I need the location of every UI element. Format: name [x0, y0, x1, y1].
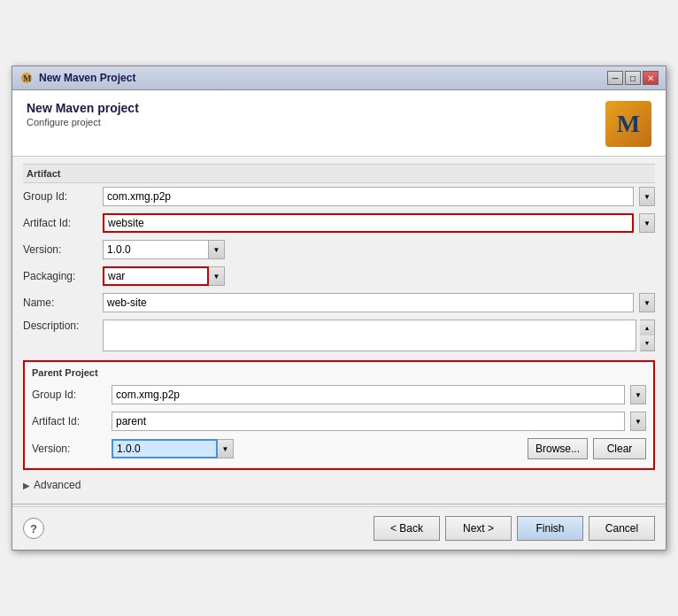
parent-artifact-id-label: Artifact Id:	[32, 415, 112, 427]
parent-version-dropdown[interactable]: ▼	[218, 439, 234, 458]
help-button[interactable]: ?	[23, 518, 44, 539]
parent-artifact-id-dropdown[interactable]: ▼	[630, 412, 646, 431]
parent-project-section: Parent Project Group Id: ▼ Artifact Id: …	[23, 360, 655, 470]
cancel-button[interactable]: Cancel	[589, 516, 655, 541]
artifact-id-input[interactable]	[103, 213, 634, 233]
description-label: Description:	[23, 320, 103, 332]
title-bar-buttons: ─ □ ✕	[607, 71, 659, 85]
scroll-up-btn[interactable]: ▲	[640, 320, 654, 335]
browse-button[interactable]: Browse...	[528, 438, 588, 459]
name-input[interactable]	[103, 293, 634, 312]
name-row: Name: ▼	[23, 289, 655, 316]
parent-artifact-id-input[interactable]	[112, 412, 625, 431]
packaging-label: Packaging:	[23, 270, 103, 282]
version-row: Version: ▼	[23, 236, 655, 263]
restore-button[interactable]: □	[625, 71, 641, 85]
header-section: New Maven project Configure project M	[12, 90, 666, 157]
artifact-section-label: Artifact	[23, 164, 655, 183]
footer-buttons: < Back Next > Finish Cancel	[374, 516, 655, 541]
name-label: Name:	[23, 296, 103, 309]
content-area: Artifact Group Id: ▼ Artifact Id: ▼ Vers…	[12, 157, 666, 502]
packaging-dropdown[interactable]: ▼	[209, 266, 225, 286]
version-select-wrap: ▼	[103, 240, 655, 259]
parent-project-label: Parent Project	[32, 367, 646, 378]
description-control: ▲ ▼	[103, 320, 655, 351]
svg-text:M: M	[23, 73, 32, 83]
minimize-button[interactable]: ─	[607, 71, 623, 85]
version-control: ▼	[103, 240, 655, 259]
parent-group-id-control: ▼	[112, 385, 646, 404]
advanced-triangle-icon: ▶	[23, 481, 30, 490]
clear-button[interactable]: Clear	[593, 438, 646, 459]
description-row: Description: ▲ ▼	[23, 316, 655, 355]
packaging-control: ▼	[103, 266, 655, 286]
dialog-title: New Maven Project	[39, 72, 135, 84]
parent-version-input[interactable]	[112, 439, 218, 458]
parent-group-id-dropdown[interactable]: ▼	[630, 385, 646, 404]
finish-button[interactable]: Finish	[517, 516, 583, 541]
close-button[interactable]: ✕	[643, 71, 659, 85]
group-id-control: ▼	[103, 187, 655, 206]
footer: ? < Back Next > Finish Cancel	[12, 506, 666, 550]
scroll-down-btn[interactable]: ▼	[640, 335, 654, 350]
group-id-input[interactable]	[103, 187, 634, 206]
packaging-select-wrap: ▼	[103, 266, 655, 286]
parent-version-row: Version: ▼ Browse... Clear	[32, 435, 646, 463]
version-label: Version:	[23, 243, 103, 256]
header-subtitle: Configure project	[27, 117, 139, 127]
next-button[interactable]: Next >	[445, 516, 512, 541]
name-control: ▼	[103, 293, 655, 312]
parent-group-id-input[interactable]	[112, 385, 625, 404]
footer-separator	[12, 504, 666, 504]
description-input[interactable]	[103, 320, 636, 351]
back-button[interactable]: < Back	[374, 516, 440, 541]
parent-group-id-row: Group Id: ▼	[32, 381, 646, 408]
version-dropdown[interactable]: ▼	[209, 240, 225, 259]
description-scrollbar: ▲ ▼	[640, 320, 655, 351]
artifact-id-row: Artifact Id: ▼	[23, 210, 655, 236]
group-id-label: Group Id:	[23, 190, 103, 203]
packaging-input[interactable]	[103, 266, 209, 286]
header-title: New Maven project	[27, 101, 139, 115]
parent-version-wrap: ▼	[112, 439, 234, 458]
name-dropdown[interactable]: ▼	[639, 293, 655, 312]
new-maven-project-dialog: M New Maven Project ─ □ ✕ New Maven proj…	[12, 65, 666, 551]
header-text: New Maven project Configure project	[27, 101, 139, 127]
artifact-id-dropdown[interactable]: ▼	[639, 213, 655, 233]
parent-artifact-id-control: ▼	[112, 412, 646, 431]
advanced-label: Advanced	[34, 479, 81, 491]
browse-clear-buttons: Browse... Clear	[528, 438, 646, 459]
packaging-row: Packaging: ▼	[23, 263, 655, 289]
group-id-dropdown[interactable]: ▼	[639, 187, 655, 206]
advanced-section[interactable]: ▶ Advanced	[23, 475, 655, 495]
parent-artifact-id-row: Artifact Id: ▼	[32, 408, 646, 435]
artifact-id-label: Artifact Id:	[23, 217, 103, 229]
title-bar-left: M New Maven Project	[19, 71, 135, 85]
dialog-icon: M	[19, 71, 34, 85]
artifact-id-control: ▼	[103, 213, 655, 233]
title-bar: M New Maven Project ─ □ ✕	[12, 66, 666, 90]
parent-version-label: Version:	[32, 443, 112, 455]
parent-group-id-label: Group Id:	[32, 389, 112, 401]
group-id-row: Group Id: ▼	[23, 183, 655, 210]
maven-icon: M	[605, 101, 651, 147]
version-input[interactable]	[103, 240, 209, 259]
